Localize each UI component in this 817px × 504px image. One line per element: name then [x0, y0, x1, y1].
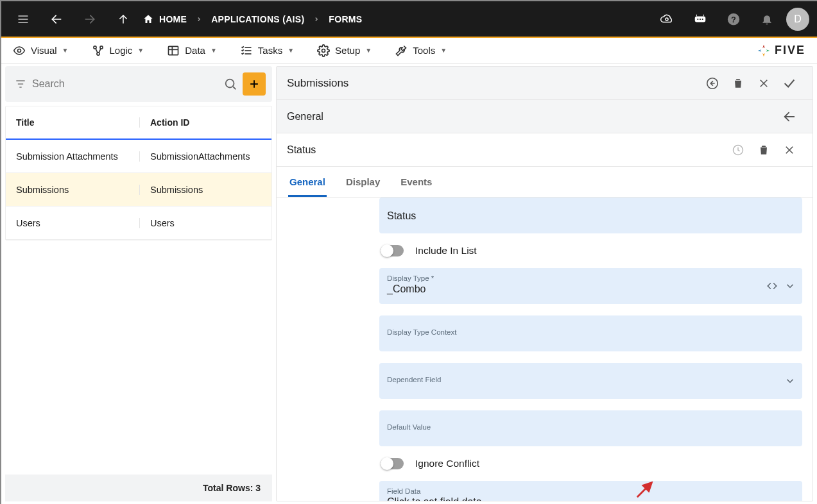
menu-visual[interactable]: Visual▼ — [13, 44, 69, 57]
breadcrumb-home[interactable]: HOME — [142, 13, 187, 25]
col-title[interactable]: Title — [6, 117, 139, 128]
svg-point-25 — [322, 49, 325, 52]
toggle-ignore[interactable] — [381, 458, 404, 469]
svg-marker-27 — [766, 49, 770, 52]
toggle-include[interactable] — [381, 245, 404, 256]
field-label: Default Value — [387, 423, 795, 431]
menu-label: Visual — [31, 45, 57, 56]
chat-icon[interactable] — [686, 5, 714, 33]
topbar: HOME APPLICATIONS (AIS) FORMS ? D — [1, 1, 817, 37]
chevron-right-icon — [313, 16, 320, 22]
field-label: Dependent Field — [387, 376, 795, 383]
menu-setup[interactable]: Setup▼ — [317, 44, 372, 57]
forward-icon — [76, 5, 104, 33]
back-icon[interactable] — [42, 5, 71, 33]
detail-panel: Submissions General — [276, 63, 817, 504]
col-action[interactable]: Action ID — [139, 117, 271, 128]
svg-line-34 — [233, 87, 236, 89]
tab-events[interactable]: Events — [399, 169, 433, 197]
tab-general[interactable]: General — [288, 169, 327, 197]
menu-tasks[interactable]: Tasks▼ — [240, 44, 294, 57]
close-icon[interactable] — [777, 137, 802, 163]
table-row[interactable]: Submission Attachments SubmissionAttachm… — [6, 140, 271, 173]
row-title: Users — [6, 218, 139, 228]
back-arrow-icon[interactable] — [777, 104, 802, 130]
panel-title: Submissions — [287, 77, 348, 90]
menu-label: Tools — [413, 45, 435, 56]
svg-marker-28 — [762, 53, 765, 56]
panel-head-submissions: Submissions — [277, 67, 813, 100]
table-header: Title Action ID — [6, 106, 271, 140]
toggle-include-row: Include In List — [379, 245, 802, 256]
chevron-down-icon[interactable] — [784, 280, 796, 292]
toggle-label: Ignore Conflict — [415, 458, 479, 469]
bell-icon[interactable] — [753, 5, 781, 33]
chevron-down-icon[interactable] — [784, 375, 796, 387]
svg-marker-26 — [762, 44, 765, 48]
field-value: _Combo — [387, 283, 795, 295]
row-action: Submissions — [139, 185, 271, 195]
toggle-label: Include In List — [415, 245, 477, 256]
back-circle-icon[interactable] — [700, 71, 725, 96]
cloud-sync-icon[interactable] — [653, 5, 681, 33]
history-icon[interactable] — [725, 137, 751, 163]
table-footer: Total Rows: 3 — [5, 475, 272, 501]
svg-point-8 — [697, 18, 698, 19]
svg-point-33 — [226, 80, 234, 88]
menu-label: Setup — [335, 45, 360, 56]
menu-logic[interactable]: Logic▼ — [92, 44, 144, 57]
table-row[interactable]: Users Users — [6, 206, 271, 240]
svg-point-9 — [700, 18, 701, 19]
field-label: Display Type Context — [387, 328, 795, 336]
form-area[interactable]: Status Include In List Display Type * _C… — [277, 197, 813, 501]
svg-rect-19 — [169, 46, 178, 55]
menubar: Visual▼ Logic▼ Data▼ Tasks▼ Setup▼ Tools… — [1, 38, 817, 63]
avatar[interactable]: D — [786, 8, 809, 31]
field-display-type[interactable]: Display Type * _Combo — [379, 268, 802, 304]
menu-data[interactable]: Data▼ — [167, 44, 217, 57]
table-row[interactable]: Submissions Submissions — [6, 173, 271, 206]
code-icon[interactable] — [766, 280, 778, 292]
field-label: Field Data — [387, 487, 795, 495]
svg-text:?: ? — [731, 14, 736, 24]
toggle-ignore-row: Ignore Conflict — [379, 458, 802, 469]
check-icon[interactable] — [777, 71, 802, 96]
field-field-data[interactable]: Field Data Click to set field data — [379, 481, 802, 501]
field-default-value[interactable]: Default Value — [379, 410, 802, 446]
field-value: Status — [387, 210, 795, 222]
field-status[interactable]: Status — [379, 197, 802, 233]
detail-tabs: General Display Events — [277, 167, 813, 197]
section-title: General — [287, 111, 323, 122]
left-panel: Title Action ID Submission Attachments S… — [1, 63, 276, 504]
search-input[interactable] — [32, 78, 218, 90]
delete-icon[interactable] — [725, 71, 751, 96]
menu-label: Tasks — [258, 45, 282, 56]
delete-icon[interactable] — [751, 137, 777, 163]
tab-display[interactable]: Display — [345, 169, 381, 197]
field-display-context[interactable]: Display Type Context — [379, 315, 802, 351]
row-action: Users — [139, 218, 271, 228]
field-dependent[interactable]: Dependent Field — [379, 363, 802, 399]
search-icon[interactable] — [223, 77, 237, 91]
section-title: Status — [287, 144, 316, 156]
breadcrumb-forms[interactable]: FORMS — [329, 14, 362, 24]
breadcrumb-home-label: HOME — [159, 14, 187, 24]
add-button[interactable] — [243, 72, 266, 96]
menu-tools[interactable]: Tools▼ — [395, 44, 447, 57]
filter-icon[interactable] — [14, 78, 27, 90]
chevron-right-icon — [196, 16, 202, 22]
hamburger-icon[interactable] — [9, 5, 37, 33]
svg-point-10 — [702, 18, 703, 19]
breadcrumb: HOME APPLICATIONS (AIS) FORMS — [142, 13, 362, 25]
row-title: Submissions — [6, 185, 139, 195]
close-icon[interactable] — [751, 71, 777, 96]
breadcrumb-apps[interactable]: APPLICATIONS (AIS) — [211, 14, 304, 24]
field-label: Display Type * — [387, 274, 795, 282]
svg-point-6 — [666, 17, 668, 20]
forms-table: Title Action ID Submission Attachments S… — [5, 106, 272, 240]
brand-logo: FIVE — [757, 44, 805, 58]
row-title: Submission Attachments — [6, 151, 139, 162]
up-icon[interactable] — [109, 5, 137, 33]
panel-head-status: Status — [277, 133, 813, 167]
help-icon[interactable]: ? — [719, 5, 748, 33]
